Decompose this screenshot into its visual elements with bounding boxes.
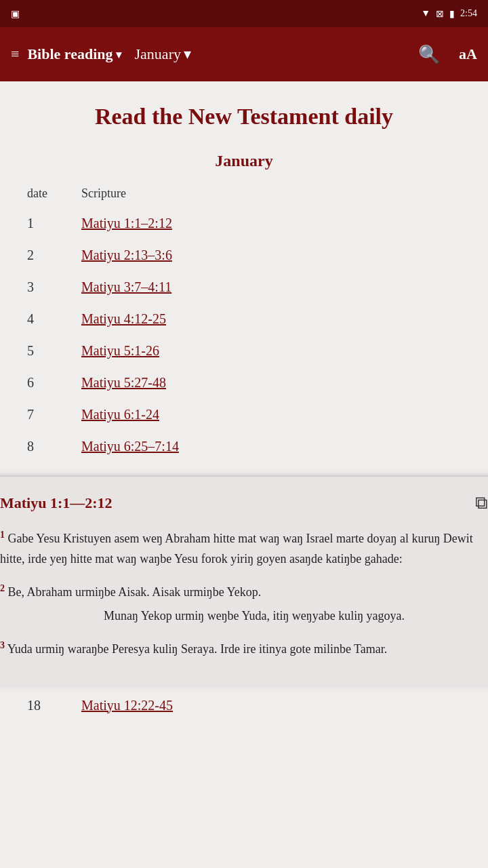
passage-link[interactable]: Matiyu 6:25–7:14 [81,439,461,454]
signal-icon: ⊠ [436,8,444,20]
font-size-button[interactable]: aA [459,45,477,63]
verse-3-text: Yuda urmiŋ waraŋbe Peresya kuliŋ Seraya.… [7,642,387,656]
page-title: Read the New Testament daily [27,102,461,132]
passage-link[interactable]: Matiyu 3:7–4:11 [81,279,461,295]
day-number: 6 [27,375,81,391]
screenshot-icon: ▣ [11,8,20,20]
table-row: 5 Matiyu 5:1-26 [27,335,461,367]
popup-content: 1 Gabe Yesu Kristuyen asem weŋ Abraham h… [0,527,488,659]
bible-reading-dropdown[interactable]: Bible reading ▾ [27,45,121,63]
verse-3: 3 Yuda urmiŋ waraŋbe Peresya kuliŋ Seray… [0,637,488,660]
table-row: 4 Matiyu 4:12-25 [27,303,461,335]
title-dropdown-arrow: ▾ [116,48,121,61]
bottom-row: 18 Matiyu 12:22-45 [0,687,488,724]
main-content: Read the New Testament daily January dat… [0,81,488,476]
verse-1-text: Gabe Yesu Kristuyen asem weŋ Abraham hit… [0,532,473,566]
day-number: 1 [27,216,81,231]
battery-icon: ▮ [449,8,455,20]
verse-1: 1 Gabe Yesu Kristuyen asem weŋ Abraham h… [0,527,488,569]
status-bar-right: ▼ ⊠ ▮ 2:54 [421,8,477,20]
verse-2-text: Be, Abraham urmiŋbe Aisak. Aisak urmiŋbe… [8,585,262,599]
month-dropdown[interactable]: January ▾ [135,45,191,63]
passage-link[interactable]: Matiyu 4:12-25 [81,311,461,327]
clock: 2:54 [460,8,477,19]
passage-link[interactable]: Matiyu 5:27-48 [81,375,461,391]
verse-number-1: 1 [0,530,5,540]
external-link-icon[interactable]: ⧉ [475,493,488,513]
table-row: 7 Matiyu 6:1-24 [27,399,461,431]
day-number: 8 [27,439,81,454]
header-date: date [27,186,81,201]
table-row: 1 Matiyu 1:1–2:12 [27,208,461,239]
header-scripture: Scripture [81,186,461,201]
table-row: 8 Matiyu 6:25–7:14 [27,431,461,462]
day-number: 7 [27,407,81,422]
table-row: 2 Matiyu 2:13–3:6 [27,239,461,271]
status-bar-left: ▣ [11,8,20,20]
menu-icon[interactable]: ≡ [11,47,19,62]
wifi-icon: ▼ [421,8,430,19]
day-number: 4 [27,311,81,327]
table-row: 3 Matiyu 3:7–4:11 [27,271,461,303]
day-number: 5 [27,343,81,359]
passage-link[interactable]: Matiyu 12:22-45 [81,698,461,713]
search-icon[interactable]: 🔍 [418,44,440,65]
verse-number-3: 3 [0,640,5,650]
app-bar: ≡ Bible reading ▾ January ▾ 🔍 aA [0,27,488,81]
verse-2-sub: Munaŋ Yekop urmiŋ weŋbe Yuda, itiŋ weŋya… [0,606,488,627]
month-dropdown-arrow: ▾ [184,45,191,63]
day-number: 18 [27,698,81,713]
month-label: January [135,45,181,63]
app-title-label: Bible reading [27,45,113,63]
popup-header: Matiyu 1:1—2:12 ⧉ [0,493,488,513]
passage-link[interactable]: Matiyu 5:1-26 [81,343,461,359]
passage-link[interactable]: Matiyu 1:1–2:12 [81,216,461,231]
month-heading: January [27,152,461,170]
status-bar: ▣ ▼ ⊠ ▮ 2:54 [0,0,488,27]
day-number: 2 [27,248,81,263]
table-header: date Scripture [27,184,461,208]
passage-popup: Matiyu 1:1—2:12 ⧉ 1 Gabe Yesu Kristuyen … [0,476,488,686]
passage-link[interactable]: Matiyu 2:13–3:6 [81,248,461,263]
verse-2: 2 Be, Abraham urmiŋbe Aisak. Aisak urmiŋ… [0,580,488,627]
reading-table: date Scripture 1 Matiyu 1:1–2:12 2 Matiy… [27,184,461,462]
table-row: 6 Matiyu 5:27-48 [27,367,461,399]
verse-number-2: 2 [0,583,5,593]
popup-passage-title: Matiyu 1:1—2:12 [0,494,113,512]
day-number: 3 [27,279,81,295]
passage-link[interactable]: Matiyu 6:1-24 [81,407,461,422]
